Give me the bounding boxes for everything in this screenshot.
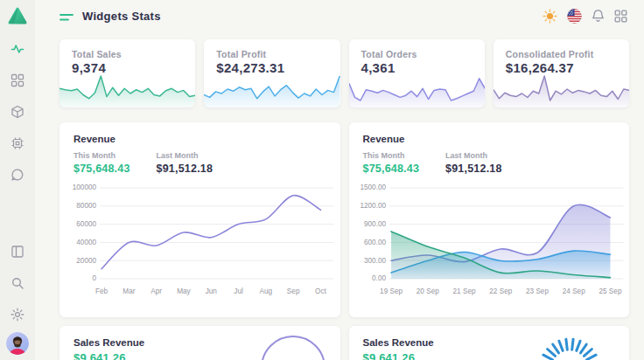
svg-text:100000: 100000 [73,184,97,192]
svg-text:1200.00: 1200.00 [360,202,386,210]
last-month-block: Last Month $91,512.18 [445,151,502,175]
chat-icon[interactable] [10,168,24,182]
stat-label: Consolidated Profit [506,49,617,59]
revenue-charts-row: Revenue This Month $75,648.43 Last Month… [60,122,629,317]
sales-revenue-card-right: Sales Revenue $9,641.26 [349,326,630,360]
svg-text:24 Sep: 24 Sep [562,287,584,295]
stats-row: Total Sales 9,374 Total Profit $24,273.3… [60,39,629,107]
last-month-block: Last Month $91,512.18 [157,151,214,175]
svg-text:25 Sep: 25 Sep [598,287,621,295]
svg-text:May: May [177,287,191,295]
this-month-value: $75,648.43 [363,163,420,175]
svg-text:1500.00: 1500.00 [360,184,386,192]
svg-text:20000: 20000 [76,257,96,265]
sidebar-nav-top [10,42,24,182]
this-month-label: This Month [363,151,420,160]
svg-text:40000: 40000 [76,239,96,246]
card-title: Revenue [363,134,616,144]
page-title: Widgets Stats [82,10,161,23]
main-content: Widgets Stats [35,0,644,360]
app-logo-icon[interactable] [7,6,28,25]
this-month-block: This Month $75,648.43 [363,151,420,175]
total-orders-sparkline [349,69,485,107]
search-icon[interactable] [10,276,24,290]
menu-toggle-icon[interactable] [60,10,74,21]
top-header: Widgets Stats [60,0,629,31]
svg-text:Mar: Mar [122,287,135,295]
svg-text:23 Sep: 23 Sep [526,287,549,295]
sidebar [0,0,35,360]
card-title: Revenue [74,134,326,144]
apps-grid-icon[interactable] [614,10,627,23]
svg-text:Apr: Apr [150,287,162,295]
svg-text:Jul: Jul [234,287,243,295]
svg-text:600.00: 600.00 [363,239,386,246]
svg-text:Jun: Jun [206,287,218,295]
svg-text:19 Sep: 19 Sep [380,287,402,295]
settings-gear-icon[interactable] [10,308,24,322]
total-profit-sparkline [204,69,340,107]
this-month-block: This Month $75,648.43 [74,151,130,175]
stat-label: Total Orders [361,49,472,59]
svg-text:21 Sep: 21 Sep [452,287,475,295]
notifications-bell-icon[interactable] [592,9,605,23]
last-month-label: Last Month [157,151,214,160]
stat-card-total-orders: Total Orders 4,361 [349,39,485,107]
stat-label: Total Profit [216,49,327,59]
svg-text:900.00: 900.00 [363,220,386,228]
this-month-label: This Month [74,151,130,160]
sales-revenue-card-left: Sales Revenue $9,641.26 [60,326,340,360]
svg-text:Oct: Oct [315,287,326,295]
consolidated-profit-sparkline [494,69,629,107]
stat-card-consolidated-profit: Consolidated Profit $16,264.37 [494,39,629,107]
last-month-value: $91,512.18 [445,163,502,175]
svg-text:22 Sep: 22 Sep [489,287,512,295]
last-month-label: Last Month [445,151,502,160]
svg-text:80000: 80000 [76,202,96,210]
revenue-summary: This Month $75,648.43 Last Month $91,512… [74,151,326,175]
svg-text:Sep: Sep [287,287,300,295]
stat-label: Total Sales [72,49,183,59]
revenue-monthly-card: Revenue This Month $75,648.43 Last Month… [60,122,340,317]
cube-icon[interactable] [10,105,24,119]
svg-text:Feb: Feb [95,287,108,295]
svg-text:0.00: 0.00 [372,275,386,283]
revenue-summary: This Month $75,648.43 Last Month $91,512… [363,151,616,175]
stat-card-total-sales: Total Sales 9,374 [60,39,195,107]
user-avatar[interactable] [6,332,29,355]
sales-revenue-donut-chart [258,328,328,360]
total-sales-sparkline [60,69,195,107]
dashboard-grid-icon[interactable] [10,73,24,87]
header-actions [542,9,629,24]
last-month-value: $91,512.18 [157,163,214,175]
revenue-line-chart: 100000800006000040000200000FebMarAprMayJ… [60,181,340,314]
svg-text:20 Sep: 20 Sep [416,287,438,295]
activity-icon[interactable] [10,42,24,56]
svg-text:300.00: 300.00 [363,257,386,265]
chip-icon[interactable] [10,136,24,150]
revenue-area-chart: 1500.001200.00900.00600.00300.000.0019 S… [349,181,630,314]
revenue-daily-card: Revenue This Month $75,648.43 Last Month… [349,122,630,317]
stat-card-total-profit: Total Profit $24,273.31 [204,39,340,107]
layout-panel-icon[interactable] [10,245,24,259]
bottom-cards-row: Sales Revenue $9,641.26 Sales Revenue $9… [60,326,629,360]
sales-revenue-gauge-chart [535,328,605,360]
svg-text:60000: 60000 [76,220,96,228]
theme-sun-icon[interactable] [542,9,557,24]
language-flag-icon[interactable] [567,9,582,24]
svg-text:Aug: Aug [260,287,273,295]
sidebar-nav-bottom [10,245,24,322]
this-month-value: $75,648.43 [74,163,130,175]
svg-text:0: 0 [92,275,96,283]
